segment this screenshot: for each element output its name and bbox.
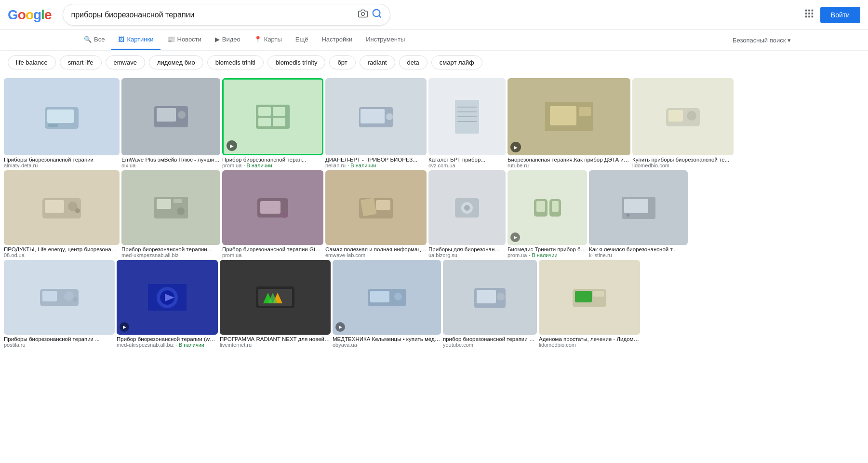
svg-rect-42 [157,199,171,209]
chip-brt[interactable]: брт [329,55,355,69]
chip-smart-life[interactable]: smart life [60,55,102,69]
sign-in-button[interactable]: Войти [820,7,860,23]
item-availability: · В наличии [347,163,376,168]
camera-search-button[interactable] [358,9,368,21]
tab-settings[interactable]: Настройки [315,30,359,50]
svg-point-36 [687,111,696,121]
tab-video[interactable]: ▶ Видео [208,30,247,50]
svg-rect-62 [42,291,57,301]
item-title: Каталог БРТ прибор... [428,157,506,163]
svg-point-25 [386,113,393,120]
chip-biomedis-trinity[interactable]: biomedis trinity [267,55,326,69]
svg-rect-6 [805,13,807,14]
item-title: Прибор биорезонансной терап... [222,157,323,163]
svg-rect-32 [550,106,576,125]
search-button[interactable] [372,8,382,21]
item-title: Приборы биорезонансной терапии [4,157,120,163]
svg-line-2 [379,15,381,17]
tab-all[interactable]: 🔍 Все [77,30,111,50]
tab-news[interactable]: 📰 Новости [160,30,208,50]
svg-rect-9 [805,15,807,17]
list-item[interactable]: ▶ Прибор биорезонансной терапии (wellne.… [117,260,218,348]
item-title: EmWave Plus эмВейв Плюс - лучший п... [121,157,220,163]
svg-point-63 [64,291,74,301]
item-title: Приборы биорезонансной терапии ... [4,336,115,342]
item-source: nelian.ru [325,163,346,168]
svg-point-40 [75,208,80,213]
item-title: Приборы для биорезонан... [428,246,506,252]
chip-deta[interactable]: deta [399,55,427,69]
header-right: Войти [804,7,860,23]
list-item[interactable]: EmWave Plus эмВейв Плюс - лучший п... ol… [121,78,220,168]
item-source: obyava.ua [333,342,441,348]
list-item[interactable]: Аденома простаты, лечение - ЛидомедБИО l… [539,260,640,348]
svg-rect-14 [48,124,58,127]
list-item[interactable]: ▶ Биорезонансная терапия.Как прибор ДЭТА… [507,78,630,168]
list-item[interactable]: ▶ МЕДТЕХНИКА Кельменцы • купить медте...… [333,260,441,348]
chip-lidomed-bio[interactable]: лидомед био [149,55,203,69]
list-item[interactable]: ПРОГРАММА RADIANT NEXT для новейшего ...… [220,260,331,348]
tab-more[interactable]: Ещё [289,30,315,50]
tab-images-label: Картинки [127,36,153,43]
tab-settings-label: Настройки [321,36,352,43]
list-item[interactable]: Приборы биорезонансной терапии almaty-de… [4,78,120,168]
item-source: emwave-lab.com [325,252,427,258]
list-item[interactable]: ▶ Прибор биорезонансной терап... prom.ua… [222,78,323,168]
safe-search[interactable]: Безопасный поиск ▾ [733,31,791,50]
svg-rect-49 [376,200,390,210]
svg-point-79 [497,293,505,300]
svg-point-47 [282,213,287,218]
list-item[interactable]: Прибор биорезонансной терапии Gtherap...… [222,170,323,258]
chip-life-balance[interactable]: life balance [8,55,56,69]
nav-tabs: 🔍 Все 🖼 Картинки 📰 Новости ▶ Видео 📍 Кар… [0,30,868,51]
item-title: прибор биорезонансной терапии Пульсар+ -… [443,336,537,342]
item-source: 08.od.ua [4,252,120,258]
item-title: Биорезонансная терапия.Как прибор ДЭТА и… [507,157,630,163]
list-item[interactable]: Приборы биорезонансной терапии ... posti… [4,260,115,348]
item-title: Купить приборы биорезонансной те... [632,157,734,163]
svg-point-44 [177,207,185,215]
list-item[interactable]: Каталог БРТ прибор... cvz.com.ua [428,78,506,168]
tab-video-label: Видео [222,36,240,43]
item-source: k-istine.ru [589,252,688,258]
search-input[interactable] [71,11,354,19]
item-source: prom.ua [507,252,527,258]
chip-biomedis-triniti[interactable]: biomedis triniti [207,55,264,69]
tab-tools[interactable]: Инструменты [359,30,412,50]
tab-images[interactable]: 🖼 Картинки [111,30,160,50]
item-source: postila.ru [4,342,115,348]
list-item[interactable]: Как я лечился биорезонансной т... k-isti… [589,170,688,258]
item-source: rutube.ru [507,163,630,168]
list-item[interactable]: Купить приборы биорезонансной те... lido… [632,78,734,168]
svg-rect-20 [273,107,285,116]
item-source: med-ukrspezsnab.all.biz [121,252,220,258]
list-item[interactable]: ДИАНЕЛ-БРТ - ПРИБОР БИОРЕЗ... nelian.ru … [325,78,427,168]
svg-rect-33 [579,107,591,116]
svg-rect-75 [370,291,389,302]
list-item[interactable]: Приборы для биорезонан... ua.bizorg.su [428,170,506,258]
list-item[interactable]: ПРОДУКТЫ, Life energy, центр биорезонанс… [4,170,120,258]
svg-point-64 [73,297,78,302]
svg-rect-21 [258,118,271,126]
video-tab-icon: ▶ [215,36,220,43]
item-title: Самая полезная и полная информаци... [325,246,427,252]
list-item[interactable]: ▶ Биомедис Тринити прибор био... prom.ua… [507,170,587,258]
item-source: olx.ua [121,163,220,168]
chip-radiant[interactable]: radiant [360,55,395,69]
tab-maps[interactable]: 📍 Карты [247,30,289,50]
item-availability: · В наличии [176,342,204,348]
images-tab-icon: 🖼 [118,36,124,43]
list-item[interactable]: прибор биорезонансной терапии Пульсар+ -… [443,260,537,348]
list-item[interactable]: Самая полезная и полная информаци... emw… [325,170,427,258]
svg-rect-22 [273,118,285,126]
item-source: cvz.com.ua [428,163,506,168]
svg-rect-57 [552,201,559,212]
list-item[interactable]: Прибор биорезонансной терапии... med-ukr… [121,170,220,258]
item-source: almaty-deta.ru [4,163,120,168]
apps-button[interactable] [804,8,815,22]
chip-emwave[interactable]: emwave [106,55,145,69]
svg-rect-43 [174,199,182,203]
chip-smart-lajf[interactable]: смарт лайф [431,55,482,69]
svg-rect-78 [477,290,496,303]
maps-tab-icon: 📍 [254,36,262,43]
